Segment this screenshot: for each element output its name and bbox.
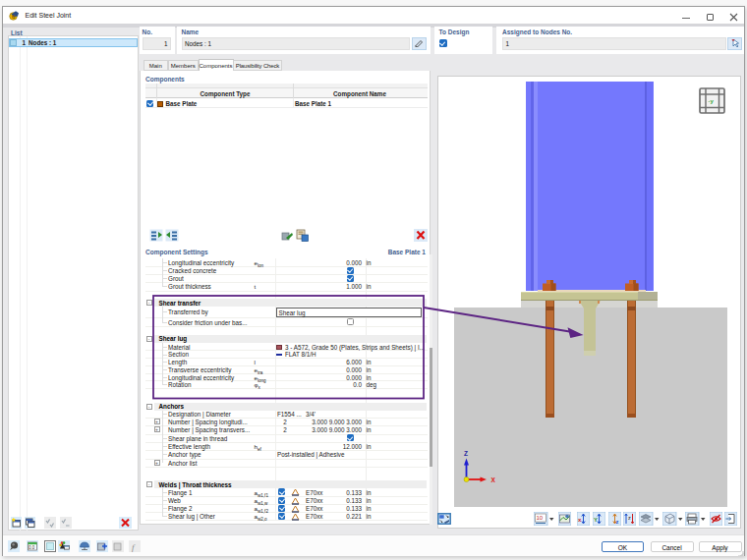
svg-text:0.0: 0.0: [29, 545, 35, 550]
svg-text:10: 10: [537, 515, 544, 521]
svg-text:·y: ·y: [709, 98, 715, 104]
svg-text:z: z: [628, 515, 631, 521]
svg-text:z: z: [615, 519, 618, 525]
svg-text:X: X: [491, 476, 496, 483]
svg-text:Y: Y: [594, 517, 598, 523]
svg-text:Z: Z: [464, 450, 468, 457]
